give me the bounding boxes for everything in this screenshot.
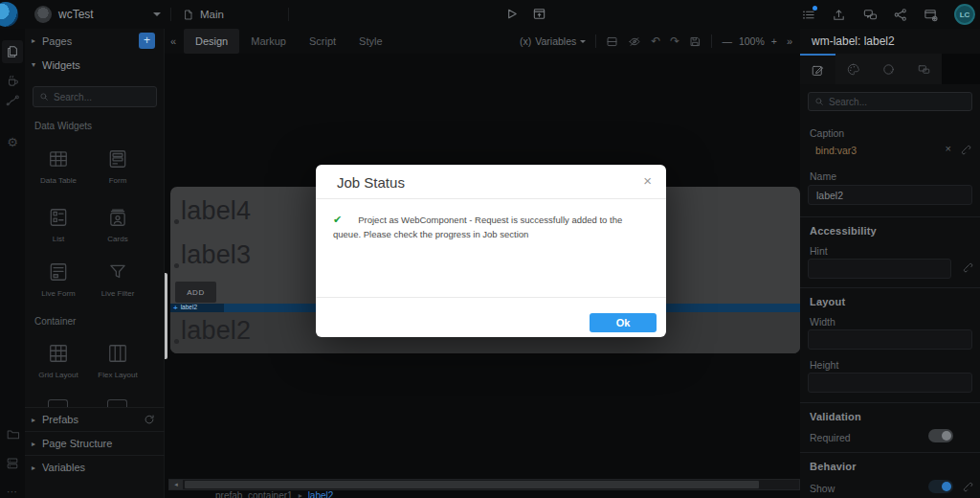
caption-value[interactable]: bind:var3 (815, 145, 857, 156)
canvas-label3[interactable]: label3 (174, 237, 251, 273)
sidebar-section-page-structure[interactable]: ▸ Page Structure (25, 431, 165, 455)
widget-live-filter[interactable]: Live Filter (88, 261, 147, 298)
user-avatar[interactable]: LC (954, 4, 975, 25)
widget-form[interactable]: Form (88, 148, 147, 185)
hint-input[interactable] (808, 259, 951, 279)
widget-label: Grid Layout (29, 371, 88, 379)
rail-pages-icon[interactable] (5, 44, 20, 59)
editor-mode-tabs: Design Markup Script Style (184, 29, 394, 54)
run-button[interactable] (504, 7, 519, 21)
widget-cards[interactable]: Cards (88, 207, 147, 243)
widget-label: Flex Layout (88, 371, 147, 379)
widget-data-table[interactable]: Data Table (29, 148, 88, 185)
height-label: Height (810, 359, 838, 371)
behavior-section-title: Behavior (810, 461, 857, 472)
live-form-icon (29, 261, 88, 283)
rail-files-folder-icon[interactable] (5, 426, 20, 441)
height-input[interactable] (808, 373, 972, 393)
drag-handle-icon[interactable] (174, 339, 179, 344)
tab-script[interactable]: Script (298, 29, 347, 54)
dialog-close-icon[interactable]: × (643, 172, 652, 189)
name-input[interactable] (808, 185, 972, 205)
clear-caption-icon[interactable]: × (946, 143, 951, 154)
required-toggle[interactable] (928, 429, 953, 442)
widgets-sidebar: ▸ Pages + ▾ Widgets Data Widgets Data Ta… (25, 29, 165, 498)
rail-java-services-icon[interactable] (5, 73, 20, 88)
preview-button[interactable] (532, 7, 546, 21)
variables-dropdown[interactable]: (x) Variables (520, 35, 586, 47)
bind-caption-link-icon[interactable] (960, 144, 970, 154)
collapse-inspector-button[interactable]: » (787, 35, 792, 47)
property-search-input[interactable] (829, 97, 966, 107)
jobs-notification-dot (813, 6, 817, 11)
breadcrumb-child[interactable]: label2 (308, 490, 334, 498)
rail-more-icon[interactable]: ⋯ (5, 484, 20, 498)
widget-list[interactable]: List (29, 207, 88, 243)
canvas-label2[interactable]: label2 (174, 312, 251, 349)
sidebar-section-variables[interactable]: ▸ Variables (25, 455, 165, 479)
widget-grid-layout[interactable]: Grid Layout (29, 343, 88, 379)
zoom-in-button[interactable]: + (771, 35, 777, 47)
list-icon (29, 207, 88, 228)
bind-show-link-icon[interactable] (962, 481, 972, 491)
breadcrumb-parent[interactable]: prefab_container1 (215, 490, 293, 498)
scrollbar-thumb[interactable] (185, 481, 759, 488)
tab-events[interactable] (871, 54, 906, 84)
tab-styles[interactable] (835, 54, 871, 84)
redo-button[interactable]: ↷ (670, 35, 679, 47)
export-button[interactable] (832, 8, 846, 22)
widget-flex-layout[interactable]: Flex Layout (88, 343, 147, 379)
divider (800, 402, 980, 403)
adjacent-page-edge (165, 273, 167, 359)
selection-tag: + label2 (170, 304, 224, 312)
canvas-add-button[interactable]: ADD (175, 282, 216, 303)
tab-style[interactable]: Style (347, 29, 393, 54)
dialog-message: Project as WebComponent - Request is suc… (333, 215, 622, 239)
scroll-left-arrow-icon[interactable]: ◂ (169, 480, 183, 489)
add-page-button[interactable]: + (139, 33, 155, 49)
tab-properties[interactable] (800, 54, 835, 84)
dialog-header: Job Status × (316, 165, 666, 199)
bind-hint-link-icon[interactable] (962, 261, 972, 272)
page-tab-main[interactable]: Main (183, 0, 224, 29)
undo-button[interactable]: ↶ (651, 35, 660, 47)
sidebar-section-pages[interactable]: ▸ Pages + (25, 29, 165, 53)
prefabs-label: Prefabs (42, 414, 78, 425)
split-view-button[interactable] (606, 35, 618, 48)
widget-search-input[interactable] (54, 92, 150, 102)
studio-app: wcTest Main LC ⚙ ⋯ (0, 0, 980, 498)
hide-markers-eye-off-button[interactable] (628, 35, 641, 48)
width-input[interactable] (808, 329, 972, 350)
feedback-button[interactable] (862, 8, 877, 22)
page-tab-label: Main (200, 9, 224, 20)
jobs-button[interactable] (801, 8, 815, 22)
collapse-sidebar-button[interactable]: « (170, 29, 176, 54)
show-toggle[interactable] (928, 480, 953, 493)
refresh-prefabs-icon[interactable] (144, 414, 155, 425)
widgets-label: Widgets (42, 59, 80, 71)
sidebar-section-prefabs[interactable]: ▸ Prefabs (25, 407, 165, 431)
drag-handle-icon[interactable] (174, 263, 179, 268)
zoom-out-button[interactable]: — (722, 35, 732, 47)
horizontal-scrollbar[interactable]: ◂ (168, 479, 800, 490)
tab-design[interactable]: Design (184, 29, 239, 54)
settings-window-button[interactable] (924, 8, 938, 22)
rail-database-icon[interactable] (5, 455, 20, 470)
save-button[interactable] (689, 35, 702, 48)
rail-settings-gear-icon[interactable]: ⚙ (5, 134, 20, 149)
tab-markup[interactable]: Markup (239, 29, 298, 54)
share-button[interactable] (893, 8, 907, 22)
rail-apis-icon[interactable] (5, 92, 20, 107)
tab-layout[interactable] (906, 54, 942, 84)
project-chevron-down-icon[interactable] (153, 12, 161, 16)
divider (170, 8, 171, 21)
left-rail: ⚙ ⋯ (0, 29, 25, 498)
sidebar-section-widgets[interactable]: ▾ Widgets (25, 53, 165, 77)
job-status-dialog: Job Status × ✔Project as WebComponent - … (316, 165, 666, 337)
ok-button[interactable]: Ok (590, 313, 657, 332)
project-name[interactable]: wcTest (58, 0, 94, 29)
drag-handle-icon[interactable] (174, 219, 179, 224)
design-toolbar: « Design Markup Script Style (x) Variabl… (165, 29, 800, 54)
widget-live-form[interactable]: Live Form (29, 261, 88, 298)
canvas-label4[interactable]: label4 (174, 192, 251, 229)
